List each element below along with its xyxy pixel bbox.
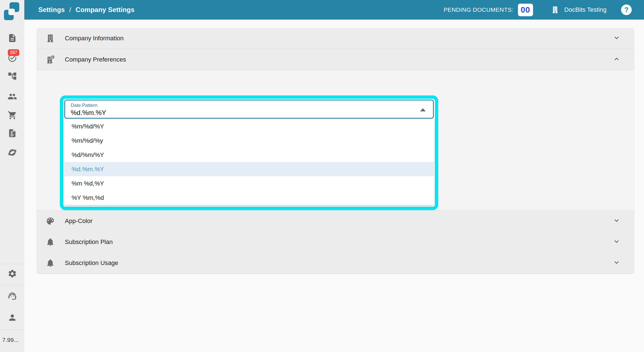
accordion-app-color[interactable]: App-Color <box>37 210 634 231</box>
accordion-label: App-Color <box>65 217 93 225</box>
sidebar-item-documents[interactable] <box>0 33 24 43</box>
topbar: Settings / Company Settings PENDING DOCU… <box>24 0 644 20</box>
sidebar-item-purchase-orders[interactable] <box>0 111 24 120</box>
support-headset-icon <box>8 291 17 301</box>
building-gear-icon <box>45 55 55 65</box>
sidebar-item-users[interactable] <box>0 92 24 101</box>
sidebar-item-workflow[interactable] <box>0 71 24 81</box>
breadcrumb: Settings / Company Settings <box>38 6 134 14</box>
date-pattern-highlight: Date Pattern %d.%m.%Y %m/%d/%Y %m/%d/%y … <box>60 95 438 210</box>
invoice-icon: $ <box>8 128 17 138</box>
chevron-up-icon <box>612 55 621 64</box>
accordion-label: Company Preferences <box>65 56 126 63</box>
dropdown-option[interactable]: %m %d,%Y <box>64 176 434 191</box>
date-pattern-label: Date Pattern <box>71 103 97 108</box>
chevron-down-icon <box>612 216 621 226</box>
arrow-up-icon <box>420 108 426 111</box>
settings-panel: Company Information <box>37 28 634 273</box>
accordion-company-information[interactable]: Company Information <box>37 28 634 49</box>
breadcrumb-company-settings[interactable]: Company Settings <box>75 6 134 14</box>
date-pattern-options: %m/%d/%Y %m/%d/%y %d/%m/%Y %d.%m.%Y %m %… <box>64 119 434 205</box>
dropdown-option[interactable]: %Y %m,%d <box>64 191 434 205</box>
sidebar-item-settings[interactable] <box>0 269 24 278</box>
palette-icon <box>45 216 55 226</box>
sidebar-item-support[interactable] <box>0 291 24 301</box>
person-icon <box>8 313 17 322</box>
app-version: 7.99... <box>2 337 18 343</box>
chevron-down-icon <box>612 34 621 43</box>
bell-icon <box>45 258 55 268</box>
accordion-label: Company Information <box>65 35 124 42</box>
date-pattern-select[interactable]: Date Pattern %d.%m.%Y <box>64 100 434 119</box>
building-icon <box>551 5 559 15</box>
accordion-subscription-usage[interactable]: Subscription Usage <box>37 252 634 273</box>
bell-icon <box>45 237 55 247</box>
logo-square-center <box>8 9 15 15</box>
breadcrumb-separator: / <box>69 6 71 14</box>
sidebar-divider <box>0 264 24 264</box>
organization-selector[interactable]: DocBits Testing <box>551 5 607 15</box>
dropdown-option[interactable]: %m/%d/%y <box>64 133 434 148</box>
building-icon <box>45 33 55 43</box>
accordion-label: Subscription Usage <box>65 259 118 267</box>
pending-documents-count: 00 <box>518 4 533 16</box>
settings-gear-icon <box>8 269 17 278</box>
accordion-subscription-plan[interactable]: Subscription Plan <box>37 231 634 252</box>
date-pattern-value: %d.%m.%Y <box>71 109 106 117</box>
chevron-down-icon <box>612 258 621 268</box>
sidebar-item-global[interactable] <box>0 148 24 157</box>
globe-icon <box>8 148 17 157</box>
dropdown-option[interactable]: %m/%d/%Y <box>64 119 434 133</box>
company-preferences-content: Date Pattern %d.%m.%Y %m/%d/%Y %m/%d/%y … <box>37 70 634 210</box>
sidebar-item-invoices[interactable]: $ <box>0 128 24 138</box>
sidebar: 397 $ <box>0 0 24 352</box>
svg-text:$: $ <box>11 130 13 135</box>
notification-badge: 397 <box>8 49 19 56</box>
dropdown-option[interactable]: %d/%m/%Y <box>64 148 434 162</box>
breadcrumb-settings[interactable]: Settings <box>38 6 65 14</box>
sidebar-divider <box>0 330 24 330</box>
accordion-label: Subscription Plan <box>65 238 113 246</box>
docbits-logo[interactable] <box>4 2 20 21</box>
question-mark-icon: ? <box>624 6 628 14</box>
document-icon <box>8 33 17 43</box>
chevron-down-icon <box>612 237 621 247</box>
dropdown-option-selected[interactable]: %d.%m.%Y <box>64 162 434 176</box>
organization-name: DocBits Testing <box>564 6 607 13</box>
sidebar-item-validation[interactable]: 397 <box>0 53 24 63</box>
cart-icon <box>8 111 17 120</box>
accordion-company-preferences[interactable]: Company Preferences <box>37 49 634 70</box>
workflow-icon <box>8 71 17 81</box>
help-button[interactable]: ? <box>621 4 632 15</box>
people-icon <box>8 92 17 101</box>
sidebar-divider <box>0 285 24 285</box>
app-window: 397 $ <box>0 0 644 352</box>
pending-documents-label: PENDING DOCUMENTS: <box>444 6 513 13</box>
sidebar-item-profile[interactable] <box>0 313 24 322</box>
topbar-right: PENDING DOCUMENTS: 00 DocBits Testing ? <box>444 4 632 16</box>
